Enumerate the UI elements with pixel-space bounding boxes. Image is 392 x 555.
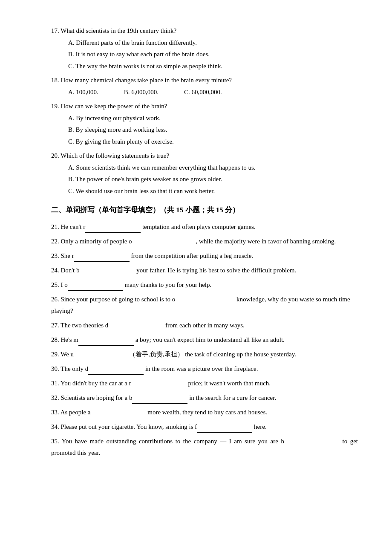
question-21: 21. He can't r temptation and often play… (51, 221, 358, 233)
q28-blank[interactable] (78, 334, 134, 346)
q26-num: 26. Since your purpose of going to schoo… (51, 296, 175, 303)
q31-after: price; it wasn't worth that much. (187, 380, 271, 387)
q20-option-c: C. We should use our brain less so that … (68, 186, 358, 197)
q33-blank[interactable] (90, 406, 146, 418)
q30-num: 30. The only d (51, 365, 88, 372)
question-19-text: 19. How can we keep the power of the bra… (51, 101, 358, 112)
q23-after: from the competition after pulling a leg… (130, 252, 253, 259)
q31-blank[interactable] (131, 377, 187, 389)
q21-blank[interactable] (85, 221, 141, 233)
q29-num: 29. We u (51, 351, 74, 358)
question-18-text: 18. How many chemical changes take place… (51, 75, 358, 86)
q19-option-b: B. By sleeping more and working less. (68, 124, 358, 136)
q25-after: many thanks to you for your help. (123, 281, 211, 288)
q23-blank[interactable] (74, 250, 130, 262)
q19-option-a: A. By increasing our physical work. (68, 113, 358, 124)
q24-blank[interactable] (79, 264, 135, 276)
question-22: 22. Only a minority of people o , while … (51, 235, 358, 247)
q32-after: in the search for a cure for cancer. (187, 394, 276, 401)
question-35: 35. You have made outstanding contributi… (51, 435, 358, 459)
question-20: 20. Which of the following statements is… (51, 150, 358, 197)
question-29: 29. We u （着手,负责,承担） the task of cleaning… (51, 348, 358, 360)
q17-option-b: B. It is not easy to say what each part … (68, 49, 358, 60)
question-28: 28. He's m a boy; you can't expect him t… (51, 334, 358, 346)
q24-after: your father. He is trying his best to so… (135, 267, 296, 274)
question-33: 33. As people a more wealth, they tend t… (51, 406, 358, 418)
q29-blank[interactable] (74, 348, 129, 360)
question-17: 17. What did scientists in the 19th cent… (51, 26, 358, 72)
q19-option-c: C. By giving the brain plenty of exercis… (68, 136, 358, 147)
q33-num: 33. As people a (51, 409, 90, 416)
q35-text: 35. You have made outstanding contributi… (51, 438, 284, 445)
q18-option-a: A. 100,000. (68, 87, 98, 98)
question-24: 24. Don't b your father. He is trying hi… (51, 264, 358, 276)
q35-blank[interactable] (284, 435, 340, 447)
q34-after: here. (252, 423, 266, 430)
q33-after: more wealth, they tend to buy cars and h… (146, 409, 267, 416)
q30-after: in the room was a picture over the firep… (144, 365, 258, 372)
question-30: 30. The only d in the room was a picture… (51, 363, 358, 375)
q34-blank[interactable] (197, 421, 252, 433)
question-19: 19. How can we keep the power of the bra… (51, 101, 358, 147)
q32-blank[interactable] (132, 392, 187, 404)
q27-blank[interactable] (108, 319, 164, 331)
q21-num: 21. He can't r (51, 223, 85, 230)
q17-option-c: C. The way the brain works is not so sim… (68, 61, 358, 72)
q22-after: , while the majority were in favor of ba… (196, 238, 336, 245)
q28-num: 28. He's m (51, 336, 78, 343)
q20-option-a: A. Some scientists think we can remember… (68, 162, 358, 173)
q28-after: a boy; you can't expect him to understan… (134, 336, 285, 343)
q27-after: from each other in many ways. (164, 322, 245, 329)
q26-blank[interactable] (175, 293, 235, 305)
q22-num: 22. Only a minority of people o (51, 238, 132, 245)
q32-num: 32. Scientists are hoping for a b (51, 394, 132, 401)
q34-num: 34. Please put out your cigarette. You k… (51, 423, 197, 430)
q21-after: temptation and often plays computer game… (141, 223, 256, 230)
question-20-text: 20. Which of the following statements is… (51, 150, 358, 162)
question-18: 18. How many chemical changes take place… (51, 75, 358, 98)
q18-option-b: B. 6,000,000. (124, 87, 159, 98)
q30-blank[interactable] (88, 363, 144, 375)
q22-blank[interactable] (132, 235, 196, 247)
question-26: 26. Since your purpose of going to schoo… (51, 293, 358, 317)
q25-blank[interactable] (68, 279, 123, 291)
question-32: 32. Scientists are hoping for a b in the… (51, 392, 358, 404)
question-17-text: 17. What did scientists in the 19th cent… (51, 26, 358, 37)
question-25: 25. I o many thanks to you for your help… (51, 279, 358, 291)
q29-after: （着手,负责,承担） the task of cleaning up the h… (129, 351, 296, 358)
q25-num: 25. I o (51, 281, 68, 288)
question-23: 23. She r from the competition after pul… (51, 250, 358, 262)
question-27: 27. The two theories d from each other i… (51, 319, 358, 331)
q23-num: 23. She r (51, 252, 74, 259)
q20-option-b: B. The power of one's brain gets weaker … (68, 174, 358, 185)
q27-num: 27. The two theories d (51, 322, 108, 329)
q18-options-inline: A. 100,000. B. 6,000,000. C. 60,000,000. (68, 87, 358, 98)
q24-num: 24. Don't b (51, 267, 79, 274)
q17-option-a: A. Different parts of the brain function… (68, 38, 358, 49)
question-31: 31. You didn't buy the car at a r price;… (51, 377, 358, 389)
q31-num: 31. You didn't buy the car at a r (51, 380, 131, 387)
q18-option-c: C. 60,000,000. (184, 87, 222, 98)
section-2-header: 二、单词拼写（单句首字母填空）（共 15 小题；共 15 分） (51, 204, 358, 217)
question-34: 34. Please put out your cigarette. You k… (51, 421, 358, 433)
